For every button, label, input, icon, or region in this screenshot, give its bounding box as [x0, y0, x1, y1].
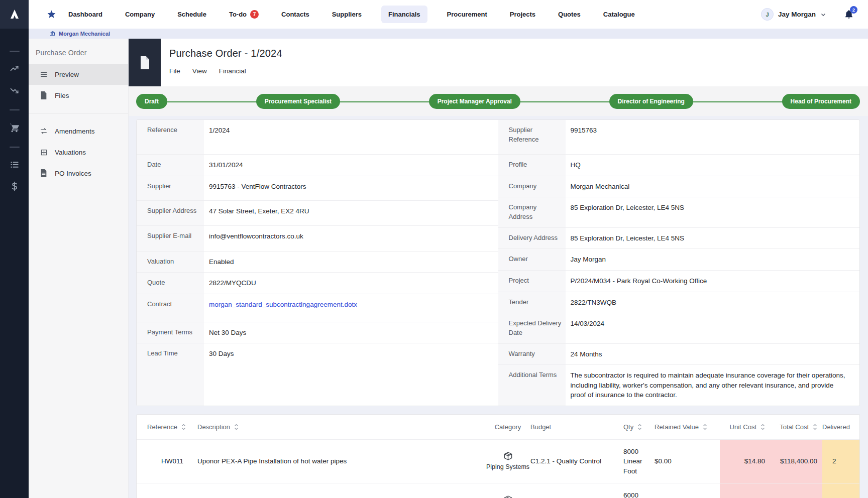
column-header-label: Unit Cost: [730, 423, 756, 431]
details-value: 85 Exploration Dr, Leicester, LE4 5NS: [566, 197, 860, 227]
chevron-down-icon[interactable]: [820, 12, 826, 18]
breadcrumb[interactable]: Morgan Mechanical: [29, 29, 868, 39]
sort-icon: [703, 424, 707, 430]
nav-item-suppliers[interactable]: Suppliers: [329, 6, 365, 23]
notifications-bell-icon[interactable]: 2: [844, 9, 854, 20]
table-row-cw012[interactable]: CW012Aquatherm Green Pipe Installation o…: [137, 483, 860, 498]
dollar-icon[interactable]: [0, 180, 29, 195]
workflow-stage-project-manager-approval[interactable]: Project Manager Approval: [429, 94, 520, 109]
avatar-initial: J: [766, 12, 769, 18]
menu-financial[interactable]: Financial: [219, 67, 246, 75]
column-header-label: Reference: [147, 423, 177, 431]
cell-total-cost: $118,200.00: [770, 483, 822, 498]
sidebar-item-files[interactable]: Files: [29, 85, 128, 106]
favorites-star-icon[interactable]: [47, 10, 56, 19]
table-row-hw011[interactable]: HW011Uponor PEX-A Pipe Installation of h…: [137, 439, 860, 483]
column-header-total-cost[interactable]: Total Cost: [770, 415, 822, 439]
menu-file[interactable]: File: [169, 67, 180, 75]
po-sidebar: Purchase Order PreviewFilesAmendmentsVal…: [29, 39, 129, 498]
cell-unit-cost: $19.70: [720, 483, 770, 498]
details-row-reference: Reference1/2024: [137, 120, 498, 154]
nav-item-financials[interactable]: Financials: [381, 6, 427, 23]
details-label: Payment Terms: [137, 322, 204, 343]
details-label: Delivery Address: [498, 228, 566, 249]
details-label: Company Address: [498, 197, 566, 227]
sidebar-item-valuations[interactable]: Valuations: [29, 142, 128, 163]
details-value: info@ventflowcontractors.co.uk: [204, 226, 498, 251]
nav-item-catalogue[interactable]: Catalogue: [600, 6, 638, 23]
line-items-card: ReferenceDescriptionCategoryBudgetQtyRet…: [136, 414, 860, 498]
contract-file-link[interactable]: morgan_standard_subcontractingagreement.…: [204, 294, 498, 322]
details-label: Project: [498, 271, 566, 292]
menu-view[interactable]: View: [192, 67, 207, 75]
package-icon: [503, 451, 513, 461]
nav-item-schedule[interactable]: Schedule: [174, 6, 209, 23]
nav-item-dashboard[interactable]: Dashboard: [65, 6, 105, 23]
details-value: 2822/MYQCDU: [204, 273, 498, 294]
document-lines-icon: [40, 169, 48, 177]
chart-down-icon[interactable]: [0, 84, 29, 99]
column-header-budget[interactable]: Budget: [530, 415, 623, 439]
sidebar-item-preview[interactable]: Preview: [29, 64, 128, 85]
column-header-retained-value[interactable]: Retained Value: [655, 415, 720, 439]
app-rail: [0, 0, 29, 498]
app-logo[interactable]: [0, 0, 29, 29]
nav-item-label: Schedule: [177, 11, 206, 18]
details-value: The subcontractor is required to maintai…: [566, 365, 860, 406]
swap-arrows-icon: [40, 128, 48, 135]
sidebar-item-po-invoices[interactable]: PO Invoices: [29, 163, 128, 184]
details-label: Lead Time: [137, 343, 204, 406]
dollar-icon: [10, 181, 20, 193]
nav-item-quotes[interactable]: Quotes: [555, 6, 584, 23]
cart-icon[interactable]: [0, 121, 29, 136]
details-value: Net 30 Days: [204, 322, 498, 343]
cell-retained-value: $0.00: [655, 440, 720, 483]
column-header-unit-cost[interactable]: Unit Cost: [720, 415, 770, 439]
details-label: Supplier Reference: [498, 120, 566, 154]
column-header-qty[interactable]: Qty: [623, 415, 655, 439]
column-header-description[interactable]: Description: [197, 415, 485, 439]
rail-divider: [10, 109, 20, 110]
nav-item-projects[interactable]: Projects: [507, 6, 538, 23]
nav-item-procurement[interactable]: Procurement: [444, 6, 490, 23]
user-name[interactable]: Jay Morgan: [778, 11, 816, 18]
column-header-category[interactable]: Category: [485, 415, 530, 439]
column-header-label: Budget: [530, 423, 551, 431]
column-header-label: Retained Value: [655, 423, 699, 431]
workflow-stage-head-of-procurement[interactable]: Head of Procurement: [782, 94, 860, 109]
column-header-label: Description: [197, 423, 230, 431]
details-value: Jay Morgan: [566, 249, 860, 270]
rail-icon-stack: [0, 29, 29, 201]
cell-delivered: 2: [822, 440, 860, 483]
notification-count-badge: 2: [850, 6, 857, 14]
details-label: Additional Terms: [498, 365, 566, 406]
sort-icon: [181, 424, 186, 430]
details-row-supplier-reference: Supplier Reference9915763: [498, 120, 860, 154]
chart-up-icon[interactable]: [0, 62, 29, 77]
menu-lines-icon: [40, 70, 48, 78]
workflow-stage-director-of-engineering[interactable]: Director of Engineering: [609, 94, 693, 109]
details-label: Reference: [137, 120, 204, 154]
sidebar-item-amendments[interactable]: Amendments: [29, 120, 128, 142]
workflow-stage-procurement-specialist[interactable]: Procurement Specialist: [256, 94, 340, 109]
nav-item-to-do[interactable]: To-do7: [226, 5, 262, 24]
details-value: Enabled: [204, 252, 498, 273]
workspace-body: Purchase Order PreviewFilesAmendmentsVal…: [29, 39, 868, 498]
details-value: 2822/TN3WQB: [566, 292, 860, 313]
todo-count-badge: 7: [250, 10, 259, 19]
column-header-label: Category: [495, 423, 521, 431]
cell-qty: 8000 Linear Foot: [623, 440, 655, 483]
column-header-delivered[interactable]: Delivered: [822, 415, 860, 439]
cell-total-cost: $118,400.00: [770, 440, 822, 483]
nav-item-label: Company: [125, 11, 155, 18]
column-header-reference[interactable]: Reference: [147, 415, 197, 439]
breadcrumb-label: Morgan Mechanical: [59, 31, 110, 37]
list-icon[interactable]: [0, 158, 29, 173]
details-row-payment-terms: Payment TermsNet 30 Days: [137, 322, 498, 343]
avatar[interactable]: J: [761, 8, 774, 21]
sidebar-groups: PreviewFilesAmendmentsValuationsPO Invoi…: [29, 64, 128, 184]
nav-item-contacts[interactable]: Contacts: [278, 6, 312, 23]
nav-item-label: Suppliers: [332, 11, 362, 18]
nav-item-company[interactable]: Company: [122, 6, 158, 23]
workflow-stage-draft[interactable]: Draft: [136, 94, 167, 109]
